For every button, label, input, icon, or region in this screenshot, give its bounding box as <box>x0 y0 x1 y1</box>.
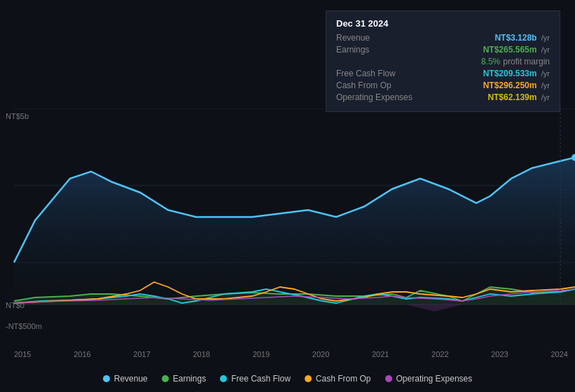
x-label-2021: 2021 <box>372 350 389 358</box>
y-axis-bottom-label: -NT$500m <box>6 322 42 330</box>
tooltip-fcf-label: Free Cash Flow <box>336 69 413 78</box>
x-label-2024: 2024 <box>550 350 567 358</box>
chart-container: Dec 31 2024 Revenue NT$3.128b /yr Earnin… <box>0 0 575 392</box>
chart-svg <box>0 108 575 340</box>
tooltip-revenue-row: Revenue NT$3.128b /yr <box>336 33 550 43</box>
chart-legend: Revenue Earnings Free Cash Flow Cash Fro… <box>0 374 575 384</box>
tooltip-opex-row: Operating Expenses NT$62.139m /yr <box>336 92 550 102</box>
revenue-area <box>14 158 575 304</box>
tooltip-fcf-unit: /yr <box>541 69 550 78</box>
negative-area <box>406 304 462 312</box>
tooltip-revenue-value: NT$3.128b <box>494 33 536 43</box>
tooltip-earnings-value: NT$265.565m <box>483 45 537 55</box>
tooltip-earnings-row: Earnings NT$265.565m /yr <box>336 45 550 55</box>
profit-margin-value: 8.5% <box>481 57 500 66</box>
tooltip-cfo-row: Cash From Op NT$296.250m /yr <box>336 80 550 90</box>
legend-opex-dot <box>385 375 392 382</box>
tooltip-opex-value: NT$62.139m <box>487 92 536 102</box>
x-label-2016: 2016 <box>74 350 90 358</box>
x-axis: 2015 2016 2017 2018 2019 2020 2021 2022 … <box>14 350 568 358</box>
legend-fcf-label: Free Cash Flow <box>231 374 291 384</box>
legend-revenue-dot <box>103 375 110 382</box>
tooltip-cfo-unit: /yr <box>541 81 550 90</box>
x-label-2022: 2022 <box>431 350 448 358</box>
tooltip-date: Dec 31 2024 <box>336 18 550 29</box>
legend-cfo-label: Cash From Op <box>316 374 371 384</box>
tooltip-revenue-unit: /yr <box>541 34 550 42</box>
legend-earnings-dot <box>162 375 169 382</box>
tooltip-earnings-unit: /yr <box>541 46 550 54</box>
x-label-2020: 2020 <box>312 350 329 358</box>
legend-cfo[interactable]: Cash From Op <box>305 374 371 384</box>
legend-cfo-dot <box>305 375 312 382</box>
legend-fcf-dot <box>220 375 227 382</box>
legend-fcf[interactable]: Free Cash Flow <box>220 374 291 384</box>
x-label-2023: 2023 <box>491 350 508 358</box>
tooltip-fcf-row: Free Cash Flow NT$209.533m /yr <box>336 69 550 78</box>
tooltip-cfo-label: Cash From Op <box>336 80 413 90</box>
legend-earnings-label: Earnings <box>173 374 206 384</box>
profit-margin-row: 8.5% profit margin <box>336 57 550 66</box>
legend-opex[interactable]: Operating Expenses <box>385 374 473 384</box>
legend-revenue-label: Revenue <box>114 374 148 384</box>
legend-opex-label: Operating Expenses <box>396 374 473 384</box>
tooltip-cfo-value: NT$296.250m <box>483 80 537 90</box>
legend-revenue[interactable]: Revenue <box>103 374 148 384</box>
x-label-2019: 2019 <box>253 350 270 358</box>
y-axis-mid-label: NT$0 <box>6 301 25 309</box>
x-label-2015: 2015 <box>14 350 31 358</box>
x-label-2017: 2017 <box>133 350 150 358</box>
tooltip-fcf-value: NT$209.533m <box>483 69 537 78</box>
x-label-2018: 2018 <box>193 350 209 358</box>
tooltip-opex-unit: /yr <box>541 93 550 102</box>
tooltip-opex-label: Operating Expenses <box>336 92 413 102</box>
tooltip-earnings-label: Earnings <box>336 45 413 55</box>
legend-earnings[interactable]: Earnings <box>162 374 206 384</box>
profit-margin-label: profit margin <box>503 57 550 66</box>
tooltip-box: Dec 31 2024 Revenue NT$3.128b /yr Earnin… <box>326 10 560 112</box>
tooltip-revenue-label: Revenue <box>336 33 413 43</box>
